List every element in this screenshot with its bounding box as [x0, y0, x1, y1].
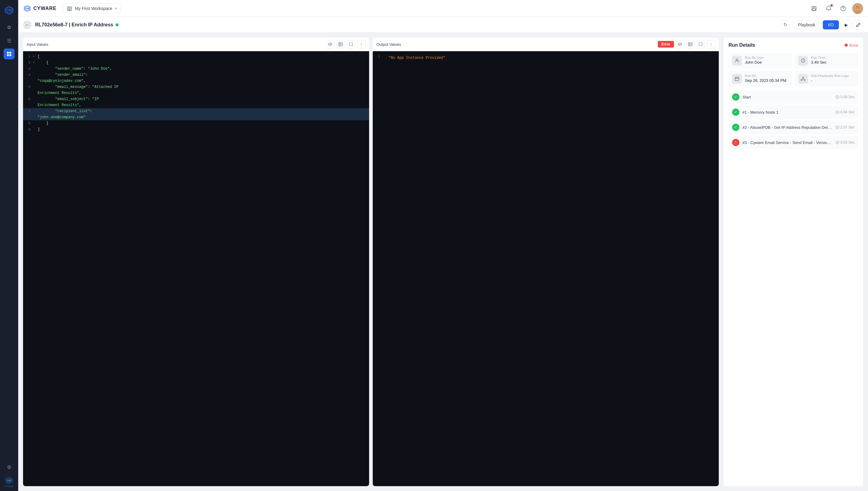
output-more-btn[interactable]: ⋮: [707, 40, 715, 49]
step-cyware-email[interactable]: ! #3 - Cyware Email Service - Send Email…: [728, 136, 858, 149]
play-button[interactable]: ▶: [841, 20, 851, 30]
workspace-selector[interactable]: 🏢 My First Workspace ▾: [62, 3, 120, 13]
code-line-4: 4 "sender_email":: [23, 72, 369, 78]
run-on-icon: [732, 74, 742, 84]
output-table-view-btn[interactable]: [686, 40, 695, 49]
cyware-logo: CW CYWARE: [23, 4, 56, 13]
step-start[interactable]: ✓ Start 0.08 Sec: [728, 90, 858, 104]
input-code-view-btn[interactable]: [326, 40, 335, 49]
code-line-6: 6 "email_subject": "IP: [23, 96, 369, 102]
nav-save-icon[interactable]: [809, 3, 819, 14]
run-steps: ✓ Start 0.08 Sec ✓ #1 - Memory Node 1 0.…: [728, 90, 858, 149]
code-line-8: 8 }: [23, 120, 369, 126]
svg-text:CW: CW: [7, 479, 11, 482]
step-memory-name: #1 - Memory Node 1: [743, 110, 833, 115]
back-button[interactable]: ←: [23, 21, 31, 29]
run-time-content: Run Time 3.49 Sec: [811, 56, 855, 64]
sidebar-item-settings[interactable]: ⚙: [4, 462, 15, 472]
sub-playbooks-icon: [798, 74, 808, 84]
input-more-btn[interactable]: ⋮: [357, 40, 365, 49]
code-line-7: 7 "recipient_list":: [23, 108, 369, 114]
run-by-user-card: Run By User John Doe: [728, 53, 792, 68]
content-area: Input Values: [18, 33, 868, 491]
sidebar-brand: CW CYWARE: [4, 476, 13, 487]
step-abuseipdb[interactable]: ✓ #2 - AbuseIPDB - Get IP Address Reputa…: [728, 121, 858, 134]
sub-playbooks-label: Sub-Playbooks Run Logs: [811, 74, 855, 78]
input-values-pane: Input Values: [23, 37, 369, 486]
toolbar-right: ↻ Playbook I/O ▶: [781, 20, 863, 30]
sidebar-item-menu[interactable]: ☰: [4, 35, 15, 46]
svg-point-17: [856, 5, 860, 9]
input-expand-btn[interactable]: [347, 40, 355, 49]
online-status-dot: [116, 23, 119, 26]
code-line-6b: Enrichment Results",: [23, 102, 369, 108]
step-memory-status: ✓: [732, 109, 739, 116]
run-details-title: Run Details: [728, 42, 755, 48]
output-expand-btn[interactable]: [696, 40, 705, 49]
step-memory-time: 0.04 Sec: [836, 110, 855, 114]
sidebar: CW ⚙ ☰ ⚙ CW CYWARE: [0, 0, 18, 491]
back-icon: ←: [25, 23, 29, 27]
code-line-3: 3 "sender_name": "John Doe",: [23, 66, 369, 72]
run-by-user-label: Run By User: [745, 56, 788, 59]
svg-text:CW: CW: [25, 7, 30, 10]
run-time-label: Run Time: [811, 56, 855, 59]
error-dot: [845, 44, 848, 47]
run-meta-grid: Run By User John Doe Run Time 3.49 Sec: [728, 53, 858, 87]
editors-panel: Input Values: [23, 37, 719, 486]
step-abuseipdb-name: #2 - AbuseIPDB - Get IP Address Reputati…: [743, 125, 833, 130]
run-details-header: Run Details Error: [728, 42, 858, 48]
sidebar-item-playbook[interactable]: [4, 49, 15, 59]
run-by-user-icon: [732, 56, 742, 65]
run-on-card: Run On Sep 26, 2023 05:34 PM: [728, 71, 792, 87]
step-cyware-status: !: [732, 139, 739, 146]
edit-button[interactable]: [853, 20, 863, 30]
output-error-text: "No App Instance Provided": [386, 54, 448, 62]
svg-text:CW: CW: [6, 8, 12, 12]
io-tab[interactable]: I/O: [823, 20, 839, 29]
output-code-view-btn[interactable]: [676, 40, 684, 49]
step-cyware-time: 0.03 Sec: [836, 140, 855, 145]
code-line-9: 9 ]: [23, 126, 369, 133]
svg-point-15: [843, 10, 843, 10]
sub-playbooks-content: Sub-Playbooks Run Logs -: [811, 74, 855, 83]
run-on-content: Run On Sep 26, 2023 05:34 PM: [745, 74, 788, 83]
top-navigation: CW CYWARE 🏢 My First Workspace ▾: [18, 0, 868, 17]
user-avatar[interactable]: [852, 3, 863, 14]
step-memory-node[interactable]: ✓ #1 - Memory Node 1 0.04 Sec: [728, 106, 858, 119]
svg-rect-13: [812, 9, 815, 10]
output-line-1: 1 "No App Instance Provided": [373, 54, 719, 62]
run-on-value: Sep 26, 2023 05:34 PM: [745, 78, 788, 83]
run-error-indicator: Error: [845, 43, 858, 48]
refresh-button[interactable]: ↻: [781, 20, 790, 30]
nav-help-icon[interactable]: [838, 3, 848, 14]
run-by-user-content: Run By User John Doe: [745, 56, 788, 64]
step-cyware-name: #3 - Cyware Email Service - Send Email -…: [743, 140, 833, 145]
run-by-user-value: John Doe: [745, 60, 788, 64]
svg-rect-5: [7, 54, 9, 56]
input-table-view-btn[interactable]: [336, 40, 345, 49]
sidebar-bottom: ⚙ CW CYWARE: [4, 462, 15, 487]
output-code-editor[interactable]: 1 "No App Instance Provided": [373, 51, 719, 486]
code-line-7b: "john.doe@company.com": [23, 114, 369, 120]
svg-point-27: [736, 59, 738, 61]
run-time-card: Run Time 3.49 Sec: [794, 53, 858, 68]
nav-bell-icon[interactable]: [823, 3, 834, 14]
input-toolbar: Input Values: [23, 37, 369, 51]
step-abuseipdb-time: 2.57 Sec: [836, 125, 855, 129]
svg-rect-3: [7, 52, 9, 54]
run-time-icon: [798, 56, 808, 65]
input-code-editor[interactable]: 1 ▾ [ 2 ▾ { 3 "sender_nam: [23, 51, 369, 486]
playbook-tab[interactable]: Playbook: [793, 20, 821, 29]
run-details-panel: Run Details Error Run By Use: [724, 37, 863, 486]
code-line-4b: "coqa@cyninjadev.com",: [23, 78, 369, 84]
code-line-5: 5 "email_message": "Attached IP: [23, 84, 369, 90]
play-icon: ▶: [845, 23, 848, 27]
sub-playbooks-value: -: [811, 78, 855, 83]
page-title: RL702e56e8-7 | Enrich IP Address: [35, 22, 119, 28]
output-values-pane: Output Values Error: [373, 37, 719, 486]
sidebar-item-gear-top[interactable]: ⚙: [4, 22, 15, 33]
dropdown-icon: ▾: [115, 6, 117, 10]
step-start-status: ✓: [732, 93, 739, 100]
svg-rect-29: [735, 77, 739, 81]
